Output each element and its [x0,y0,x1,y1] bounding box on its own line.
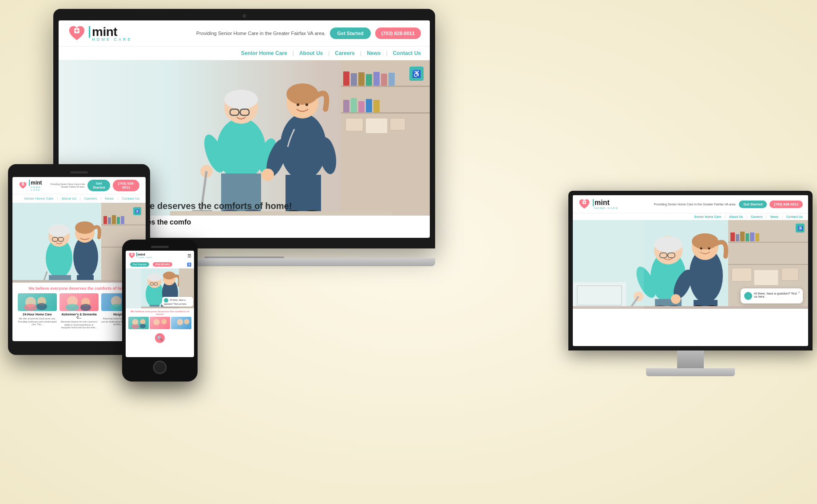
monitor-get-started-button[interactable]: Get Started [739,201,767,208]
svg-rect-103 [755,233,759,241]
svg-point-83 [132,319,139,325]
tablet-service-card-1-image [18,293,57,311]
svg-point-52 [75,221,95,234]
tablet-nav-news[interactable]: News [105,197,114,201]
svg-point-125 [700,248,702,250]
laptop-nav: Senior Home Care | About Us | Careers | … [59,47,430,60]
tablet-service-card-2: Alzheimer's & Dementia C... Dementia imp… [59,293,99,329]
svg-point-85 [140,319,146,324]
laptop-nav-about-us[interactable]: About Us [299,50,323,56]
svg-point-23 [262,169,274,181]
monitor-site-header: mint HOME CARE Providing Senior Home Car… [573,195,808,213]
svg-point-89 [177,319,183,325]
laptop-nav-contact-us[interactable]: Contact Us [393,50,421,56]
svg-point-56 [24,304,37,311]
tablet-phone-button[interactable]: (703) 828-0011 [113,180,139,191]
monitor-logo-homecare: HOME CARE [595,207,619,209]
svg-point-43 [48,224,70,237]
tablet-nav-about-us[interactable]: About Us [62,197,76,201]
phone-chat-avatar [164,298,168,303]
laptop-phone-button[interactable]: (703) 828-0011 [375,28,421,39]
phone-home-button[interactable] [153,361,167,374]
monitor-accessibility-button[interactable]: ♿ [796,224,805,232]
phone-access-icon[interactable]: ♿ [187,263,191,267]
laptop-nav-news[interactable]: News [367,50,381,56]
monitor-logo-heart-icon [578,198,591,210]
laptop-nav-careers[interactable]: Careers [335,50,355,56]
svg-rect-105 [754,270,778,285]
svg-point-58 [36,303,47,310]
phone-chat-bubble: Hi there, have a question? Text us here. [162,297,193,307]
svg-point-20 [297,103,299,106]
svg-point-128 [671,294,681,304]
phone-logo: mint HOME CARE [128,252,152,259]
laptop-camera [242,14,246,18]
phone-logo-mint: mint [138,252,145,256]
monitor-screen: mint HOME CARE Providing Senior Home Car… [573,195,808,346]
laptop-get-started-button[interactable]: Get Started [330,28,370,39]
tablet-get-started-button[interactable]: Get Started [87,180,110,191]
tablet-nav-contact-us[interactable]: Contact Us [122,197,139,201]
svg-point-111 [654,236,682,252]
svg-point-64 [110,304,123,311]
monitor-device: mint HOME CARE Providing Senior Home Car… [568,191,813,386]
tablet-logo-mint: mint [31,180,42,186]
tablet-service-card-1-desc: We offer around the clock home care. Pro… [18,317,57,326]
tablet-site-header: mint HOME CARE Providing Senior Home Car… [12,177,146,194]
laptop-logo: mint HOME CARE [67,24,132,43]
monitor-nav-about-us[interactable]: About Us [729,215,743,218]
monitor-nav-careers[interactable]: Careers [751,215,762,218]
phone-logo-homecare: HOME CARE [138,256,152,259]
monitor-neck [677,350,704,368]
monitor-chat-text: Hi there, have a question? Text us here. [754,292,799,298]
svg-point-21 [305,103,308,106]
monitor-nav-senior-home-care[interactable]: Senior Home Care [694,215,722,218]
svg-rect-102 [750,232,754,241]
svg-point-72 [147,273,162,281]
phone-service-card-3 [171,317,191,330]
svg-point-87 [154,319,160,325]
laptop-nav-senior-home-care[interactable]: Senior Home Care [241,50,287,56]
tablet-nav-senior-home-care[interactable]: Senior Home Care [24,197,53,201]
phone-phone-button[interactable]: (703) 828-0011 [153,262,172,267]
monitor-chat-bubble: × Hi there, have a question? Text us her… [741,288,803,303]
monitor-base [646,368,735,376]
svg-point-19 [286,83,318,105]
svg-point-86 [140,324,146,328]
svg-rect-81 [126,268,141,308]
phone-screen: mint HOME CARE ☰ Get Started (703) 828-0… [126,251,194,357]
svg-point-124 [692,233,718,249]
tablet-logo: mint HOME CARE [19,180,49,191]
svg-rect-100 [740,232,745,241]
laptop-accessibility-button[interactable]: ♿ [409,67,424,81]
phone-get-started-button[interactable]: Get Started [130,262,149,267]
phone-logo-heart-icon [128,252,135,259]
laptop-site-header: mint HOME CARE Providing Senior Home Car… [59,20,430,47]
svg-rect-39 [117,217,120,224]
svg-rect-38 [112,215,116,224]
laptop-tagline: Providing Senior Home Care in the Greate… [196,31,325,36]
monitor-phone-button[interactable]: (703) 828-0011 [769,201,803,208]
monitor-chat-close[interactable]: × [798,290,800,295]
svg-rect-36 [103,216,107,224]
laptop-logo-text: mint HOME CARE [89,25,132,42]
monitor-nav-contact-us[interactable]: Contact Us [786,215,803,218]
phone-menu-icon[interactable]: ☰ [187,253,191,258]
tablet-accessibility-button[interactable]: ♿ [133,207,141,215]
phone-device: mint HOME CARE ☰ Get Started (703) 828-0… [122,240,198,382]
phone-body: mint HOME CARE ☰ Get Started (703) 828-0… [122,240,198,382]
svg-rect-40 [121,216,124,224]
monitor-logo-mint: mint [595,199,610,207]
svg-point-90 [184,319,190,324]
phone-service-cards [128,317,191,330]
svg-rect-104 [732,268,752,281]
monitor-nav-news[interactable]: News [770,215,778,218]
monitor-nav: Senior Home Care | About Us | Careers | … [573,213,808,220]
phone-search-button[interactable]: 🔍 [155,333,165,343]
monitor-hero: ♿ × Hi there, have a question? Text us h… [573,220,808,309]
laptop-hero-illustration [170,60,392,216]
svg-point-60 [66,304,79,311]
tablet-nav-careers[interactable]: Careers [84,197,97,201]
svg-rect-101 [746,233,749,241]
phone-speaker [151,246,169,248]
